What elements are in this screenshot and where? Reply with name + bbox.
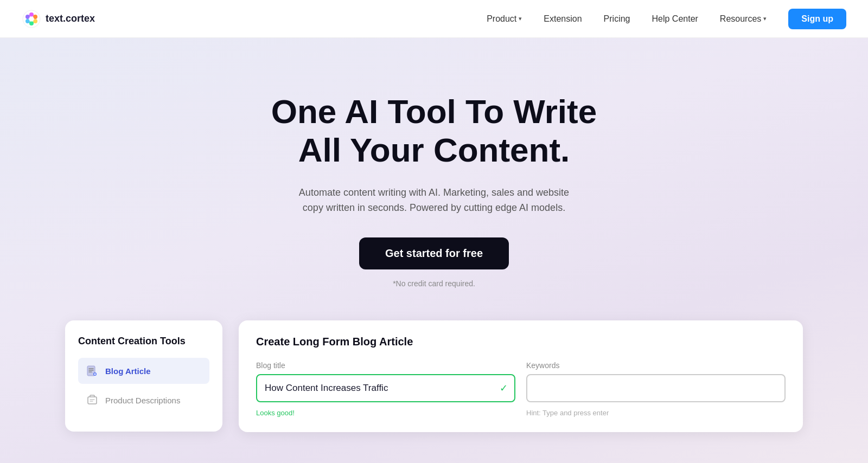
logo-text: text.cortex <box>46 13 95 24</box>
nav-links: Product ▾ Extension Pricing Help Center … <box>487 14 767 24</box>
svg-point-1 <box>29 12 34 17</box>
blog-article-label: Blog Article <box>105 366 151 376</box>
left-card: Content Creation Tools Blog Article <box>65 320 222 432</box>
nav-pricing[interactable]: Pricing <box>604 14 630 24</box>
tool-item-blog-article[interactable]: Blog Article <box>78 358 209 384</box>
nav-help-center[interactable]: Help Center <box>652 14 698 24</box>
product-descriptions-icon <box>85 393 100 408</box>
blog-title-input-wrap: ✓ <box>256 374 515 402</box>
blog-title-label: Blog title <box>256 361 515 370</box>
no-credit-text: *No credit card required. <box>393 279 475 288</box>
svg-point-13 <box>94 374 96 375</box>
looks-good-text: Looks good! <box>256 409 515 417</box>
resources-chevron-icon: ▾ <box>763 15 767 22</box>
hero-subtitle: Automate content writing with AI. Market… <box>293 185 575 216</box>
logo-icon <box>22 9 41 29</box>
keywords-hint-text: Hint: Type and press enter <box>526 409 786 417</box>
svg-point-4 <box>29 21 34 25</box>
right-card: Create Long Form Blog Article Blog title… <box>239 320 803 432</box>
blog-article-icon <box>85 363 100 378</box>
right-card-title: Create Long Form Blog Article <box>256 336 786 348</box>
fields-row: Blog title ✓ Looks good! Keywords Hint: … <box>256 361 786 417</box>
product-descriptions-label: Product Descriptions <box>105 396 180 405</box>
svg-point-7 <box>29 16 34 22</box>
hero-section: One AI Tool To Write All Your Content. A… <box>0 38 868 463</box>
product-chevron-icon: ▾ <box>519 15 522 22</box>
svg-rect-14 <box>88 397 97 404</box>
keywords-input[interactable] <box>526 374 786 402</box>
logo-link[interactable]: text.cortex <box>22 9 95 29</box>
nav-product[interactable]: Product ▾ <box>487 14 522 24</box>
keywords-group: Keywords Hint: Type and press enter <box>526 361 786 417</box>
tool-item-product-descriptions[interactable]: Product Descriptions <box>78 387 209 413</box>
nav-extension[interactable]: Extension <box>544 14 582 24</box>
keywords-label: Keywords <box>526 361 786 370</box>
check-icon: ✓ <box>500 382 508 394</box>
nav-resources[interactable]: Resources ▾ <box>720 14 767 24</box>
blog-title-input[interactable] <box>256 374 515 402</box>
keywords-input-wrap <box>526 374 786 402</box>
hero-title: One AI Tool To Write All Your Content. <box>250 92 618 170</box>
cta-button[interactable]: Get started for free <box>359 237 509 269</box>
signup-button[interactable]: Sign up <box>788 9 846 29</box>
navbar: text.cortex Product ▾ Extension Pricing … <box>0 0 868 38</box>
blog-title-group: Blog title ✓ Looks good! <box>256 361 515 417</box>
cards-row: Content Creation Tools Blog Article <box>0 320 868 432</box>
left-card-title: Content Creation Tools <box>78 336 209 347</box>
